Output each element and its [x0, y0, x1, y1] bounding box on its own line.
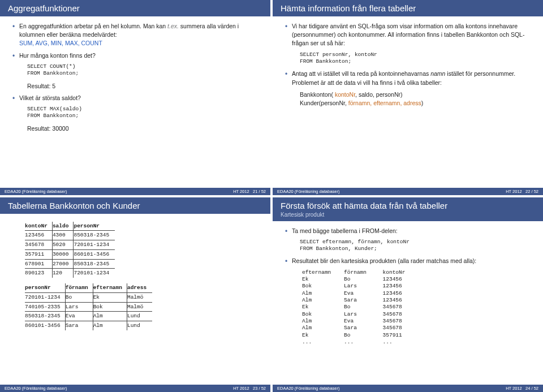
- sql-code: SELECT MAX(saldo) FROM Bankkonton;: [27, 106, 259, 120]
- slide-multi-table: Hämta information från flera tabeller Vi…: [273, 0, 543, 195]
- slide-title: Första försök att hämta data från två ta…: [273, 197, 543, 221]
- sql-code: SELECT efternamn, förnamn, kontoNr FROM …: [300, 239, 532, 253]
- kunder-table: personNr förnamn efternamn adress 720101…: [25, 283, 152, 330]
- result-table: efternamn förnamn kontoNr Ek Bo 123456 B…: [302, 269, 532, 346]
- bullet: Ta med bägge tabellerna i FROM-delen:: [284, 227, 532, 235]
- bankkonton-table: kontoNr saldo personNr 1234564300850318-…: [25, 222, 115, 278]
- slide-body: kontoNr saldo personNr 1234564300850318-…: [0, 214, 270, 385]
- slide-body: Ta med bägge tabellerna i FROM-delen: SE…: [273, 221, 543, 385]
- bullet: Vilket är största saldot?: [11, 94, 259, 102]
- slide-footer: EDAA20 (Föreläsning databaser) HT 2012 2…: [0, 385, 270, 392]
- bullet: Antag att vi istället vill ta reda på ko…: [284, 70, 532, 87]
- bullet: Hur många konton finns det?: [11, 51, 259, 60]
- slide-title: Tabellerna Bankkonton och Kunder: [0, 197, 270, 214]
- slide-tables: Tabellerna Bankkonton och Kunder kontoNr…: [0, 197, 270, 393]
- slide-cartesian: Första försök att hämta data från två ta…: [273, 197, 543, 393]
- sql-code: SELECT personNr, kontoNr FROM Bankkonton…: [300, 51, 532, 66]
- slide-subtitle: Kartesisk produkt: [281, 210, 535, 218]
- bullet: Resultatet blir den kartesiska produkten…: [284, 257, 532, 265]
- slide-footer: EDAA20 (Föreläsning databaser) HT 2012 2…: [0, 188, 270, 195]
- slide-aggregation: Aggregatfunktioner En aggregatfunktion a…: [0, 0, 270, 195]
- slide-footer: EDAA20 (Föreläsning databaser) HT 2012 2…: [273, 385, 543, 392]
- result-text: Resultat: 30000: [27, 124, 259, 133]
- bullet: En aggregatfunktion arbetar på en hel ko…: [11, 22, 259, 48]
- relation-schema: Bankkonton( kontoNr, saldo, personNr) Ku…: [300, 91, 532, 107]
- slide-title: Hämta information från flera tabeller: [273, 0, 543, 16]
- bullet: Vi har tidigare använt en SQL-fråga som …: [284, 22, 532, 48]
- slide-title: Aggregatfunktioner: [0, 0, 270, 16]
- sql-keywords: SUM, AVG, MIN, MAX, COUNT: [19, 40, 102, 46]
- sql-code: SELECT COUNT(*) FROM Bankkonton;: [27, 63, 259, 77]
- slide-body: Vi har tidigare använt en SQL-fråga som …: [273, 16, 543, 188]
- slide-body: En aggregatfunktion arbetar på en hel ko…: [0, 16, 270, 188]
- result-text: Resultat: 5: [27, 82, 259, 91]
- slide-footer: EDAA20 (Föreläsning databaser) HT 2012 2…: [273, 188, 543, 195]
